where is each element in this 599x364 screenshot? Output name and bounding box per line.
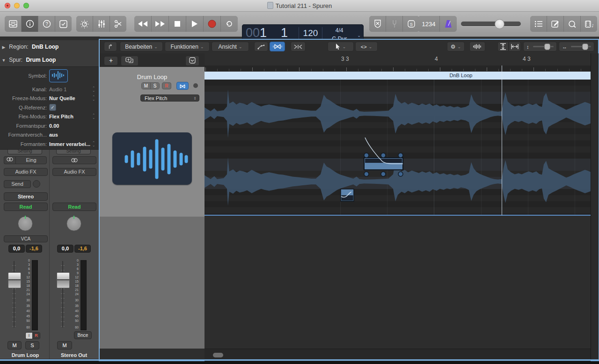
param-value[interactable]: Nur Quelle — [49, 95, 75, 101]
metronome-button[interactable] — [440, 16, 457, 32]
add-track-button[interactable]: + — [104, 56, 118, 66]
solo-mode-button[interactable]: S — [403, 16, 419, 32]
peak-value[interactable]: -1,6 — [74, 245, 91, 253]
q-reference-checkbox[interactable]: ✓ — [49, 104, 56, 111]
param-value[interactable]: aus — [49, 132, 58, 138]
stepper-icon[interactable]: ⌃⌄ — [92, 114, 95, 119]
horizontal-auto-zoom-button[interactable] — [509, 42, 521, 51]
volume-value[interactable]: 0,0 — [8, 245, 25, 253]
solo-button[interactable]: S — [25, 341, 39, 349]
send-knob[interactable] — [33, 180, 40, 188]
stepper-icon[interactable]: ⌃⌄ — [92, 95, 95, 101]
input-monitor-dot[interactable] — [193, 83, 198, 88]
waveform-zoom-button[interactable] — [469, 42, 485, 51]
note-handle[interactable] — [381, 172, 386, 176]
mute-button[interactable]: M — [57, 341, 72, 349]
audio-fx-button[interactable]: Audio FX — [52, 168, 96, 176]
setting-button[interactable]: Setting — [56, 149, 91, 154]
note-handle[interactable] — [364, 153, 369, 158]
vca-button[interactable]: VCA — [4, 235, 48, 242]
note-handle[interactable] — [381, 153, 386, 158]
record-button[interactable] — [204, 16, 221, 32]
cycle-button[interactable] — [221, 16, 238, 32]
automation-button[interactable] — [254, 42, 268, 51]
quick-help-button[interactable]: ? — [38, 16, 55, 32]
volume-slider-knob[interactable] — [495, 19, 504, 29]
count-in-button[interactable]: 1234 — [418, 16, 440, 32]
vertical-scrollbar[interactable] — [591, 53, 599, 361]
notes-button[interactable] — [547, 16, 564, 32]
forward-button[interactable] — [152, 16, 169, 32]
stereo-output-format-button[interactable] — [52, 156, 96, 164]
loops-browser-button[interactable] — [564, 16, 581, 32]
menu-bearbeiten[interactable]: Bearbeiten⌄ — [120, 42, 163, 51]
stepper-icon[interactable]: ⌃⌄ — [92, 87, 95, 92]
inspector-button[interactable] — [22, 16, 38, 32]
event-list-button[interactable] — [530, 16, 547, 32]
mute-button[interactable]: M — [7, 341, 22, 349]
catch-playhead-button[interactable] — [291, 42, 306, 51]
track-symbol-button[interactable] — [49, 69, 68, 82]
duplicate-track-button[interactable] — [121, 56, 139, 66]
volume-slider[interactable] — [461, 20, 521, 28]
peak-value[interactable]: -1,6 — [26, 245, 42, 253]
track-header-drum-loop[interactable]: Drum Loop M S R Flex Pitch ⇕ — [100, 67, 205, 217]
toolbar-toggle-button[interactable] — [55, 16, 72, 32]
bar-ruler[interactable]: 3 344 35 — [205, 53, 591, 66]
volume-fader-handle[interactable] — [57, 272, 70, 288]
pan-knob[interactable] — [18, 216, 33, 231]
param-value[interactable]: 0.00 — [49, 123, 59, 129]
volume-fader-handle[interactable] — [8, 272, 21, 288]
audio-fx-button[interactable]: Audio FX — [4, 168, 48, 176]
stop-button[interactable] — [169, 16, 186, 32]
param-value[interactable]: Immer verarbei... — [49, 141, 90, 147]
region-inspector-header[interactable]: ▶ Region: DnB Loop — [0, 40, 100, 54]
play-button[interactable] — [186, 16, 204, 32]
note-handle[interactable] — [398, 172, 403, 176]
vertical-zoom-slider[interactable]: ↕ — [523, 42, 557, 51]
input-monitor-button[interactable]: I — [26, 333, 33, 339]
left-click-tool-menu[interactable]: ⌄ — [328, 42, 354, 51]
param-value[interactable]: Flex Pitch — [49, 114, 73, 119]
setting-button[interactable]: Setting — [7, 149, 42, 154]
input-button[interactable]: Eing — [15, 156, 47, 164]
automation-mode-button[interactable]: Read — [52, 203, 96, 211]
playhead[interactable] — [502, 66, 502, 215]
track-header-options-button[interactable] — [185, 56, 199, 66]
horizontal-scroll-thumb[interactable] — [213, 353, 223, 357]
mixer-button[interactable] — [93, 16, 110, 32]
mute-button[interactable]: M — [142, 83, 151, 89]
track-inspector-header[interactable]: ▼ Spur: Drum Loop — [0, 53, 100, 67]
command-click-tool-menu[interactable]: <> ⌄ — [355, 42, 378, 51]
snap-settings-menu[interactable]: ⚙⌄ — [447, 42, 465, 51]
volume-fader-track[interactable] — [61, 261, 65, 328]
flex-pitch-lane[interactable] — [205, 80, 591, 215]
volume-value[interactable]: 0,0 — [57, 245, 73, 253]
param-value[interactable]: Audio 1 — [49, 87, 66, 92]
stepper-icon[interactable]: ⌃⌄ — [92, 141, 95, 147]
flex-mode-dropdown[interactable]: Flex Pitch ⇕ — [140, 95, 199, 102]
volume-fader-track[interactable] — [12, 261, 16, 328]
rewind-button[interactable] — [134, 16, 152, 32]
slider-knob[interactable] — [544, 44, 550, 50]
back-button[interactable] — [104, 42, 117, 51]
send-button[interactable]: Send — [4, 180, 31, 188]
region-header[interactable]: DnB Loop — [205, 72, 591, 80]
master-mute-button[interactable] — [369, 16, 386, 32]
record-enable-button[interactable]: R — [162, 82, 171, 89]
record-enable-button[interactable]: R — [33, 333, 40, 339]
tuner-button[interactable] — [386, 16, 403, 32]
track-icon[interactable] — [112, 132, 192, 185]
bounce-button[interactable]: Bnce — [74, 331, 92, 339]
media-browser-button[interactable]: ♪ — [581, 16, 597, 32]
horizontal-zoom-slider[interactable]: ↔ — [559, 42, 594, 51]
flex-pitch-note[interactable] — [341, 189, 354, 201]
note-handle[interactable] — [398, 153, 403, 158]
flex-button[interactable] — [270, 42, 285, 51]
solo-button[interactable]: S — [151, 83, 159, 89]
menu-funktionen[interactable]: Funktionen⌄ — [165, 42, 210, 51]
note-handle[interactable] — [364, 172, 369, 176]
track-flex-button[interactable] — [176, 82, 189, 90]
smart-controls-button[interactable] — [76, 16, 93, 32]
pan-knob[interactable] — [66, 216, 81, 231]
